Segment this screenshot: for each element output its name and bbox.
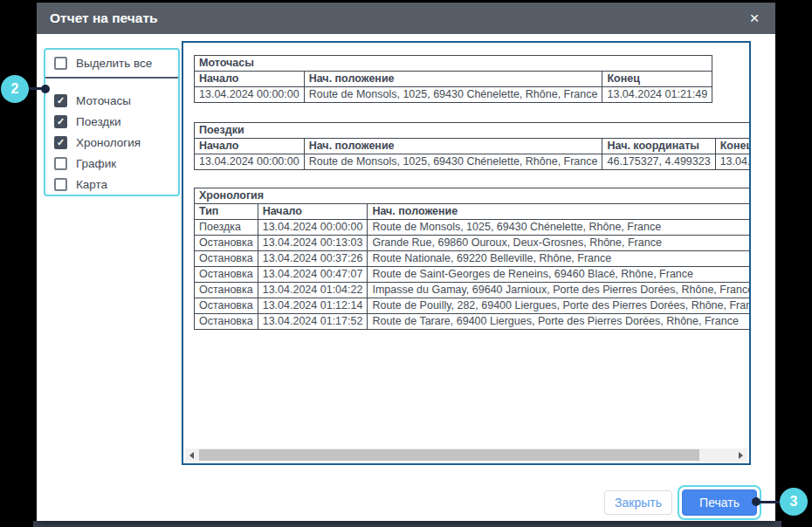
report-sections-panel: Выделить все ✓Моточасы✓Поездки✓Хронологи… (44, 48, 180, 196)
sidebar-item-label: Карта (76, 178, 107, 191)
sidebar-divider (45, 77, 178, 79)
table-row: Остановка13.04.2024 01:12:14Route de Pou… (195, 298, 752, 314)
checkbox-unchecked-icon[interactable] (54, 178, 67, 191)
column-header: Нач. положение (368, 204, 751, 220)
column-header: Начало (195, 72, 305, 87)
table-cell: 13.04.2024 00:00:00 (258, 220, 368, 236)
table-cell: Поездка (195, 220, 258, 236)
checkbox-unchecked-icon[interactable] (54, 157, 67, 170)
table-title: Хронология (195, 188, 752, 204)
table-row: Остановка13.04.2024 00:37:26Route Nation… (195, 251, 752, 267)
table-cell: 13.04.2024 00:37:26 (258, 251, 368, 267)
screen: Отчет на печать × Выделить все ✓Моточасы… (0, 0, 812, 527)
column-header: Тип (195, 204, 258, 220)
table-cell: Остановка (195, 251, 258, 267)
checkbox-checked-icon[interactable]: ✓ (54, 136, 67, 149)
table-cell: Остановка (195, 236, 258, 251)
table-row: Остановка13.04.2024 00:47:07Route de Sai… (195, 267, 752, 283)
table-cell: 13.04.2024 01:04:22 (258, 283, 368, 298)
table-title: Поездки (195, 123, 752, 139)
sidebar-item-label: Хронология (76, 136, 141, 149)
table-cell: Остановка (195, 283, 258, 298)
table-cell: 13.04.2024 00:00:00 (195, 87, 305, 103)
checkbox-checked-icon[interactable]: ✓ (54, 115, 67, 128)
table-cell: 13.04.2024 00:47:07 (258, 267, 368, 283)
print-button[interactable]: Печать (682, 489, 757, 516)
scroll-right-arrow-icon[interactable] (734, 448, 747, 462)
column-header: Нач. координаты (602, 139, 715, 154)
table-row: Поездка13.04.2024 00:00:00Route de Monso… (195, 220, 752, 236)
table-title: Моточасы (195, 56, 712, 72)
close-button[interactable]: Закрыть (604, 490, 672, 515)
table-row: Остановка13.04.2024 00:13:03Grande Rue, … (195, 236, 752, 251)
table-cell: Route de Monsols, 1025, 69430 Chénelette… (304, 154, 602, 170)
annotation-dot-3 (752, 497, 760, 506)
column-header: Начало (195, 139, 305, 154)
table-cell: Route de Monsols, 1025, 69430 Chénelette… (368, 220, 751, 236)
select-all-label: Выделить все (76, 57, 152, 70)
table-cell: 13.04.2024 00:13:03 (258, 236, 368, 251)
column-header: Нач. положение (304, 139, 602, 154)
table-row: 13.04.2024 00:00:00Route de Monsols, 102… (195, 154, 752, 170)
table-cell: 13.04.2024 00:00:00 (195, 154, 305, 170)
select-all-checkbox[interactable] (54, 57, 67, 70)
column-header: Конец (715, 139, 751, 154)
table-cell: Остановка (195, 314, 258, 330)
horizontal-scrollbar[interactable] (185, 448, 747, 462)
sidebar-item-1[interactable]: ✓Поездки (54, 113, 121, 129)
table-cell: Остановка (195, 298, 258, 314)
table-cell: Impasse du Gamay, 69640 Jarnioux, Porte … (368, 283, 751, 298)
print-report-dialog: Отчет на печать × Выделить все ✓Моточасы… (37, 3, 775, 521)
report-table-0: МоточасыНачалоНач. положениеКонец13.04.2… (194, 55, 712, 103)
sidebar-item-3[interactable]: График (54, 155, 116, 171)
table-row: Остановка13.04.2024 01:17:52Route de Tar… (195, 314, 752, 330)
table-cell: 13.04.2024 01:21:49 (715, 154, 751, 170)
dialog-title: Отчет на печать (50, 3, 158, 34)
table-cell: Route de Pouilly, 282, 69400 Liergues, P… (368, 298, 751, 314)
table-cell: Route de Monsols, 1025, 69430 Chénelette… (304, 87, 602, 103)
select-all-checkbox-row[interactable]: Выделить все (54, 55, 152, 71)
table-row: Остановка13.04.2024 01:04:22Impasse du G… (195, 283, 752, 298)
sidebar-item-4[interactable]: Карта (54, 176, 107, 192)
sidebar-item-label: Моточасы (76, 94, 131, 107)
sidebar-item-2[interactable]: ✓Хронология (54, 134, 141, 150)
table-cell: 13.04.2024 01:21:49 (602, 87, 712, 103)
table-cell: Route de Tarare, 69400 Liergues, Porte d… (368, 314, 751, 330)
annotation-badge-3: 3 (780, 488, 808, 516)
table-cell: Route Nationale, 69220 Belleville, Rhône… (368, 251, 751, 267)
print-button-highlight: Печать (678, 485, 761, 520)
column-header: Конец (602, 72, 712, 87)
sidebar-item-label: График (76, 157, 116, 170)
table-cell: 13.04.2024 01:17:52 (258, 314, 368, 330)
report-table-1: ПоездкиНачалоНач. положениеНач. координа… (194, 122, 751, 170)
table-cell: Route de Saint-Georges de Reneins, 69460… (368, 267, 751, 283)
report-table-2: ХронологияТипНачалоНач. положениеПоездка… (194, 188, 751, 330)
scrollbar-thumb[interactable] (199, 449, 699, 461)
table-row: 13.04.2024 00:00:00Route de Monsols, 102… (195, 87, 712, 103)
table-cell: 13.04.2024 01:12:14 (258, 298, 368, 314)
table-cell: Grande Rue, 69860 Ouroux, Deux-Grosnes, … (368, 236, 751, 251)
column-header: Начало (258, 204, 368, 220)
annotation-connector-3 (759, 501, 782, 503)
report-tables: МоточасыНачалоНач. положениеКонец13.04.2… (194, 55, 751, 330)
checkbox-checked-icon[interactable]: ✓ (54, 94, 67, 107)
annotation-badge-2: 2 (1, 75, 29, 103)
scroll-left-arrow-icon[interactable] (185, 448, 198, 462)
table-cell: 46.175327, 4.499323 (602, 154, 715, 170)
table-cell: Остановка (195, 267, 258, 283)
annotation-dot-2 (41, 85, 50, 93)
sidebar-item-label: Поездки (76, 115, 121, 128)
backdrop-strip (33, 521, 781, 527)
column-header: Нач. положение (304, 72, 602, 87)
close-icon[interactable]: × (745, 9, 764, 28)
sidebar-item-0[interactable]: ✓Моточасы (54, 92, 131, 108)
dialog-header: Отчет на печать × (37, 3, 775, 34)
report-preview-panel: МоточасыНачалоНач. положениеКонец13.04.2… (182, 41, 751, 465)
